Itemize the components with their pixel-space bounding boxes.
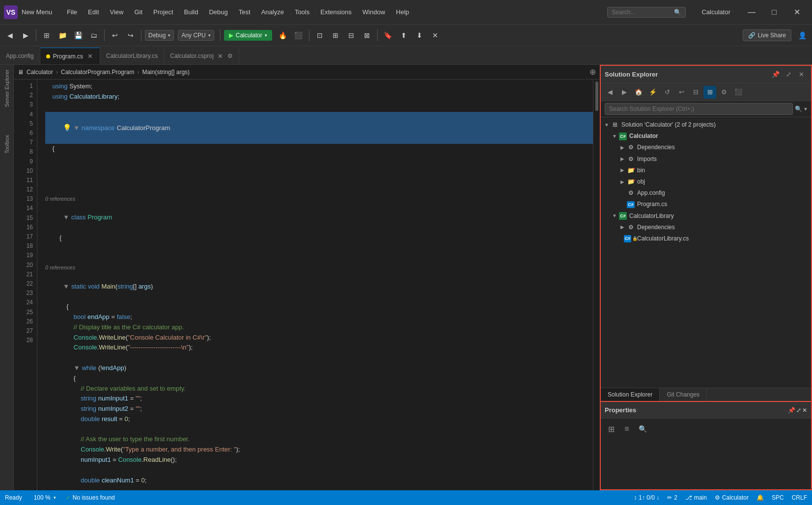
status-errors[interactable]: ✓ No issues found — [66, 494, 115, 501]
tree-calculatorlibrary-project[interactable]: ▼ C# CalculatorLibrary — [601, 211, 811, 222]
menu-test[interactable]: Test — [234, 6, 255, 18]
se-tab-solution-explorer[interactable]: Solution Explorer — [601, 388, 660, 401]
new-menu-label[interactable]: New Menu — [22, 8, 52, 16]
search-input[interactable] — [612, 9, 672, 16]
menu-project[interactable]: Project — [148, 6, 178, 18]
se-pin-button[interactable]: 📌 — [770, 69, 782, 80]
editor-scrollbar[interactable] — [593, 80, 600, 490]
tab-close-button[interactable]: ✕ — [86, 53, 94, 60]
se-tb-home[interactable]: 🏠 — [632, 86, 645, 99]
encoding-label[interactable]: SPC — [772, 494, 784, 501]
menu-help[interactable]: Help — [391, 6, 414, 18]
save-all-button[interactable]: 🗂 — [87, 28, 101, 42]
run-button[interactable]: ▶ Calculator ▾ — [224, 30, 272, 41]
tree-programcs[interactable]: C# Program.cs — [601, 199, 811, 210]
new-project-button[interactable]: ⊞ — [40, 28, 54, 42]
status-project[interactable]: ⚙ Calculator — [715, 494, 749, 501]
toolbar-extra-2[interactable]: ⊡ — [313, 28, 327, 42]
bookmark-next-button[interactable]: ⬇ — [413, 28, 426, 42]
redo-button[interactable]: ↪ — [124, 28, 138, 42]
menu-build[interactable]: Build — [179, 6, 203, 18]
prop-search-button[interactable]: 🔍 — [636, 423, 649, 435]
tab-programcs[interactable]: Program.cs ✕ — [40, 48, 100, 64]
tree-dependencies-1[interactable]: ▶ ⚙ Dependencies — [601, 142, 811, 153]
se-filter-icon[interactable]: ▾ — [804, 106, 807, 112]
tree-solution[interactable]: ▼ ⊞ Solution 'Calculator' (2 of 2 projec… — [601, 119, 811, 131]
tree-appconfig[interactable]: ⚙ App.config — [601, 187, 811, 199]
menu-analyze[interactable]: Analyze — [256, 6, 289, 18]
tree-obj[interactable]: ▶ 📁 ● obj — [601, 176, 811, 187]
prop-categories-button[interactable]: ⊞ — [605, 423, 617, 435]
se-tb-collapse[interactable]: ⊟ — [689, 86, 702, 99]
tab-close-button[interactable]: ✕ — [217, 52, 224, 60]
menu-edit[interactable]: Edit — [83, 6, 104, 18]
line-ending-label[interactable]: CRLF — [792, 494, 807, 501]
platform-dropdown[interactable]: Any CPU ▾ — [178, 30, 214, 41]
minimize-button[interactable]: — — [740, 4, 763, 20]
menu-debug[interactable]: Debug — [204, 6, 232, 18]
code-content[interactable]: using System; using CalculatorLibrary; 💡… — [37, 80, 593, 490]
se-float-button[interactable]: ⤢ — [783, 69, 794, 80]
toolbar-extra-1[interactable]: ⬛ — [292, 28, 306, 42]
status-branch[interactable]: ⎇ main — [685, 494, 707, 501]
se-close-button[interactable]: ✕ — [795, 69, 807, 80]
bell-icon[interactable]: 🔔 — [756, 494, 764, 501]
undo-button[interactable]: ↩ — [108, 28, 122, 42]
toolbox-icon[interactable]: Toolbox — [1, 130, 12, 159]
menu-extensions[interactable]: Extensions — [315, 6, 357, 18]
tree-imports[interactable]: ▶ ⚙ Imports — [601, 154, 811, 165]
menu-window[interactable]: Window — [358, 6, 390, 18]
bookmark-button[interactable]: 🔖 — [381, 28, 395, 42]
debug-mode-dropdown[interactable]: Debug ▾ — [145, 30, 174, 41]
live-share-button[interactable]: 🔗 Live Share — [743, 29, 791, 41]
open-file-button[interactable]: 📁 — [56, 28, 69, 42]
bookmark-clear-button[interactable]: ✕ — [428, 28, 442, 42]
save-button[interactable]: 💾 — [71, 28, 85, 42]
se-tab-git-changes[interactable]: Git Changes — [660, 388, 707, 401]
tree-bin[interactable]: ▶ 📁 ● bin — [601, 165, 811, 176]
menu-tools[interactable]: Tools — [290, 6, 314, 18]
scrollbar-thumb[interactable] — [595, 81, 598, 111]
prop-close-button[interactable]: ✕ — [802, 407, 807, 414]
global-search-box[interactable]: 🔍 — [607, 7, 686, 18]
tree-dependencies-2[interactable]: ▶ ⚙ Dependencies — [601, 222, 811, 233]
breadcrumb-namespace[interactable]: CalculatorProgram.Program — [61, 69, 134, 76]
bookmark-prev-button[interactable]: ⬆ — [397, 28, 411, 42]
toolbar-extra-5[interactable]: ⊠ — [360, 28, 374, 42]
menu-git[interactable]: Git — [129, 6, 147, 18]
se-tb-show-all[interactable]: ⊞ — [703, 86, 716, 99]
se-tb-pending[interactable]: ⚡ — [646, 86, 659, 99]
breadcrumb-project[interactable]: Calculator — [27, 69, 53, 76]
prop-pin-button[interactable]: 📌 — [788, 407, 795, 414]
hot-reload-button[interactable]: 🔥 — [276, 28, 290, 42]
se-tb-back[interactable]: ◀ — [604, 86, 616, 99]
tab-csproj[interactable]: Calculator.csproj ✕ ⚙ — [164, 48, 239, 64]
prop-alphabetical-button[interactable]: ≡ — [620, 423, 633, 435]
toolbar-extra-3[interactable]: ⊞ — [329, 28, 342, 42]
tree-calculatorlibrary-cs[interactable]: C# 🔒 CalculatorLibrary.cs — [601, 233, 811, 244]
feedback-button[interactable]: 👤 — [795, 28, 809, 42]
navigate-back-button[interactable]: ◀ — [3, 28, 17, 42]
se-tb-filter[interactable]: ⬛ — [732, 86, 745, 99]
toolbar-extra-4[interactable]: ⊟ — [344, 28, 358, 42]
se-tb-forward[interactable]: ▶ — [618, 86, 631, 99]
expand-icon[interactable]: ⊕ — [589, 67, 596, 77]
code-editor[interactable]: 1 2 3 4 5 6 7 8 9 10 11 12 13 14 15 16 1… — [14, 80, 600, 490]
status-zoom[interactable]: 100 % ▾ — [34, 494, 56, 501]
breadcrumb-method[interactable]: Main(string[] args) — [142, 69, 190, 76]
menu-view[interactable]: View — [105, 6, 129, 18]
close-button[interactable]: ✕ — [785, 4, 808, 20]
navigate-forward-button[interactable]: ▶ — [19, 28, 32, 42]
se-search-icon[interactable]: 🔍 — [795, 106, 802, 112]
tab-settings-icon[interactable]: ⚙ — [227, 53, 233, 59]
se-tb-refresh[interactable]: ↺ — [661, 86, 673, 99]
menu-file[interactable]: File — [62, 6, 82, 18]
tab-calculatorlibrary[interactable]: CalculatorLibrary.cs — [100, 48, 164, 64]
tab-appconfig[interactable]: App.config — [0, 48, 40, 64]
server-explorer-icon[interactable]: Server Explorer — [1, 69, 12, 108]
prop-float-button[interactable]: ⤢ — [796, 407, 801, 414]
tree-calculator-project[interactable]: ▼ C# Calculator — [601, 131, 811, 142]
se-search-input[interactable] — [605, 103, 793, 115]
se-tb-back2[interactable]: ↩ — [675, 86, 688, 99]
maximize-button[interactable]: □ — [763, 4, 785, 20]
